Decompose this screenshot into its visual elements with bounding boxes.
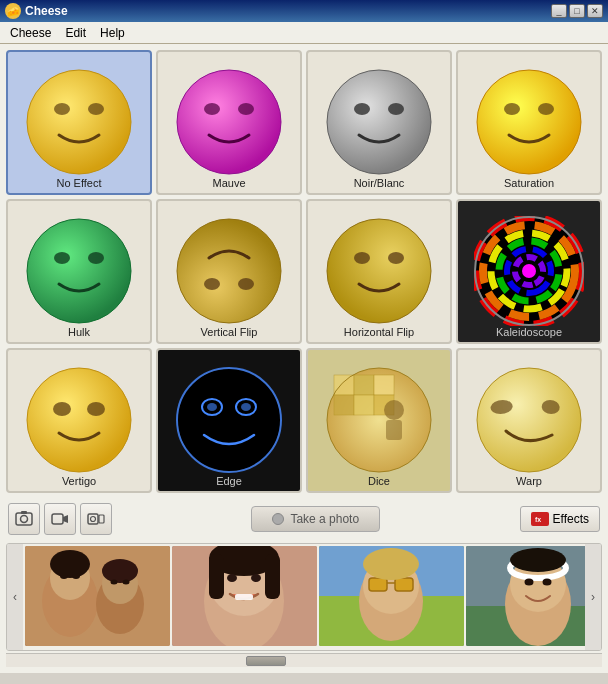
effect-label-warp: Warp bbox=[512, 475, 546, 487]
effect-hulk[interactable]: Hulk bbox=[6, 199, 152, 344]
svg-point-70 bbox=[72, 573, 80, 579]
svg-text:fx: fx bbox=[535, 516, 541, 523]
effect-vertigo[interactable]: Vertigo bbox=[6, 348, 152, 493]
effects-grid: No Effect Mauve Noir/Blanc bbox=[6, 50, 602, 493]
svg-point-49 bbox=[477, 368, 581, 472]
svg-point-5 bbox=[238, 103, 254, 115]
effect-no-effect[interactable]: No Effect bbox=[6, 50, 152, 195]
effect-label-noir: Noir/Blanc bbox=[350, 177, 409, 189]
filmstrip-prev-button[interactable]: ‹ bbox=[7, 544, 23, 650]
svg-point-72 bbox=[123, 580, 130, 585]
title-bar-buttons[interactable]: _ □ ✕ bbox=[551, 4, 603, 18]
svg-point-32 bbox=[87, 402, 105, 416]
svg-point-97 bbox=[510, 548, 566, 572]
svg-point-98 bbox=[525, 579, 534, 586]
svg-point-10 bbox=[504, 103, 520, 115]
effect-hflip[interactable]: Horizontal Flip bbox=[306, 199, 452, 344]
effects-button[interactable]: fx Effects bbox=[520, 506, 600, 532]
menu-edit[interactable]: Edit bbox=[59, 24, 92, 42]
svg-point-18 bbox=[327, 219, 431, 323]
effect-warp[interactable]: Warp bbox=[456, 348, 602, 493]
svg-point-7 bbox=[354, 103, 370, 115]
svg-point-12 bbox=[27, 219, 131, 323]
photo-mode-button[interactable] bbox=[8, 503, 40, 535]
effects-label: Effects bbox=[553, 512, 589, 526]
minimize-button[interactable]: _ bbox=[551, 4, 567, 18]
video-mode-button[interactable] bbox=[44, 503, 76, 535]
burst-mode-button[interactable] bbox=[80, 503, 112, 535]
svg-point-69 bbox=[60, 573, 68, 579]
effect-edge[interactable]: Edge bbox=[156, 348, 302, 493]
svg-rect-88 bbox=[395, 578, 413, 591]
effect-label-vflip: Vertical Flip bbox=[197, 326, 262, 338]
effect-label-vertigo: Vertigo bbox=[58, 475, 100, 487]
svg-point-46 bbox=[384, 400, 404, 420]
svg-point-9 bbox=[477, 70, 581, 174]
svg-point-8 bbox=[388, 103, 404, 115]
svg-rect-78 bbox=[265, 554, 280, 599]
svg-rect-44 bbox=[354, 395, 374, 415]
menu-help[interactable]: Help bbox=[94, 24, 131, 42]
svg-point-19 bbox=[388, 252, 404, 264]
svg-point-53 bbox=[21, 516, 28, 523]
filmstrip-next-button[interactable]: › bbox=[585, 544, 601, 650]
photo-thumbnail-2[interactable] bbox=[172, 546, 317, 646]
svg-rect-77 bbox=[209, 554, 224, 599]
effect-label-hflip: Horizontal Flip bbox=[340, 326, 418, 338]
svg-rect-55 bbox=[52, 514, 63, 524]
toolbar-left bbox=[8, 503, 112, 535]
svg-point-17 bbox=[238, 278, 254, 290]
menu-cheese[interactable]: Cheese bbox=[4, 24, 57, 42]
effect-label-kaleidoscope: Kaleidoscope bbox=[492, 326, 566, 338]
effect-saturation[interactable]: Saturation bbox=[456, 50, 602, 195]
svg-point-0 bbox=[27, 70, 131, 174]
effect-mauve[interactable]: Mauve bbox=[156, 50, 302, 195]
effect-noir[interactable]: Noir/Blanc bbox=[306, 50, 452, 195]
svg-rect-57 bbox=[88, 514, 98, 524]
effects-icon: fx bbox=[531, 512, 549, 526]
svg-point-99 bbox=[543, 579, 552, 586]
svg-rect-43 bbox=[334, 395, 354, 415]
photo-thumbnail-1[interactable] bbox=[25, 546, 170, 646]
effect-dice[interactable]: Dice bbox=[306, 348, 452, 493]
effect-vflip[interactable]: Vertical Flip bbox=[156, 199, 302, 344]
effect-label-hulk: Hulk bbox=[64, 326, 94, 338]
scrollbar-area bbox=[6, 653, 602, 667]
svg-point-71 bbox=[111, 580, 118, 585]
effect-kaleidoscope[interactable]: Kaleidoscope bbox=[456, 199, 602, 344]
svg-rect-42 bbox=[374, 375, 394, 395]
svg-point-59 bbox=[91, 517, 96, 522]
take-photo-button[interactable]: Take a photo bbox=[251, 506, 380, 532]
svg-point-90 bbox=[363, 548, 419, 580]
svg-point-37 bbox=[207, 403, 217, 411]
svg-point-80 bbox=[251, 574, 261, 582]
maximize-button[interactable]: □ bbox=[569, 4, 585, 18]
svg-point-16 bbox=[204, 278, 220, 290]
svg-point-67 bbox=[50, 550, 90, 578]
svg-rect-87 bbox=[369, 578, 387, 591]
svg-point-15 bbox=[177, 219, 281, 323]
window-title: Cheese bbox=[25, 4, 68, 18]
scrollbar-thumb[interactable] bbox=[246, 656, 286, 666]
close-button[interactable]: ✕ bbox=[587, 4, 603, 18]
svg-point-30 bbox=[27, 368, 131, 472]
svg-point-68 bbox=[102, 559, 138, 583]
effect-label-saturation: Saturation bbox=[500, 177, 558, 189]
camera-dot-icon bbox=[272, 513, 284, 525]
filmstrip: ‹ bbox=[6, 543, 602, 651]
main-content: No Effect Mauve Noir/Blanc bbox=[0, 44, 608, 673]
effect-label-no-effect: No Effect bbox=[52, 177, 105, 189]
photo-thumbnail-3[interactable] bbox=[319, 546, 464, 646]
svg-rect-54 bbox=[21, 511, 27, 514]
svg-point-79 bbox=[227, 574, 237, 582]
svg-point-11 bbox=[538, 103, 554, 115]
svg-point-38 bbox=[241, 403, 251, 411]
svg-rect-41 bbox=[354, 375, 374, 395]
svg-point-31 bbox=[53, 402, 71, 416]
svg-point-2 bbox=[88, 103, 104, 115]
svg-point-14 bbox=[88, 252, 104, 264]
svg-rect-40 bbox=[334, 375, 354, 395]
effect-label-edge: Edge bbox=[212, 475, 246, 487]
svg-rect-58 bbox=[99, 515, 104, 523]
photo-thumbnail-4[interactable] bbox=[466, 546, 585, 646]
